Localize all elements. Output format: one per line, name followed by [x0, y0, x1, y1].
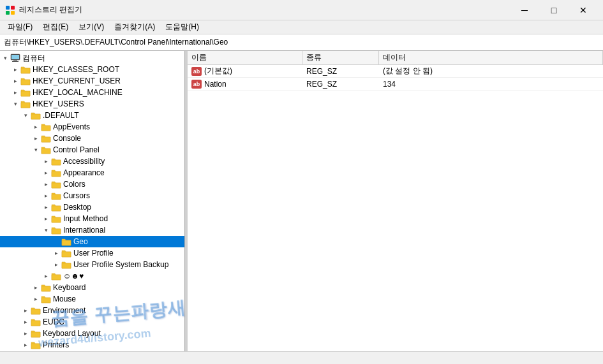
expand-keyboardlayout[interactable] — [20, 328, 31, 339]
svg-rect-31 — [31, 332, 40, 337]
tree-item-appearance[interactable]: Appearance — [0, 167, 184, 178]
tree-item-console[interactable]: Console — [0, 133, 184, 144]
maximize-button[interactable]: □ — [539, 0, 569, 20]
tree-item-mouse[interactable]: Mouse — [0, 293, 184, 305]
tree-item-hkcr[interactable]: HKEY_CLASSES_ROOT — [0, 64, 184, 75]
tree-label-accessibility: Accessibility — [63, 157, 105, 166]
reg-entry-nation[interactable]: ab Nation REG_SZ 134 — [188, 78, 603, 91]
expand-international[interactable] — [41, 225, 51, 235]
expand-mouse[interactable] — [31, 294, 41, 304]
tree-item-controlpanel[interactable]: Control Panel — [0, 144, 184, 156]
expand-keyboard[interactable] — [31, 282, 41, 293]
tree-item-desktop[interactable]: Desktop — [0, 201, 184, 213]
tree-pane[interactable]: 컴퓨터 HKEY_CLASSES_ROOT HKEY_CURRENT_USER … — [0, 51, 185, 351]
svg-rect-26 — [52, 275, 61, 280]
expand-controlpanel[interactable] — [31, 145, 41, 155]
window-title: 레지스트리 편집기 — [19, 4, 510, 15]
expand-hkcr[interactable] — [10, 64, 20, 75]
expand-userprofile[interactable] — [51, 248, 61, 258]
tree-item-accessibility[interactable]: Accessibility — [0, 156, 184, 167]
tree-item-hku[interactable]: HKEY_USERS — [0, 98, 184, 110]
tree-item-default[interactable]: .DEFAULT — [0, 110, 184, 121]
menu-edit[interactable]: 편집(E) — [38, 20, 73, 34]
expand-hku[interactable] — [10, 99, 20, 109]
tree-item-hkcu[interactable]: HKEY_CURRENT_USER — [0, 75, 184, 87]
reg-entry-default[interactable]: ab (기본값) REG_SZ (값 설정 안 됨) — [188, 65, 603, 78]
col-header-data[interactable]: 데이터 — [379, 51, 603, 64]
folder-icon-desktop — [51, 202, 61, 212]
col-header-type[interactable]: 종류 — [302, 51, 379, 64]
tree-item-icons3[interactable]: ☺☻♥ — [0, 270, 184, 282]
tree-label-environment: Environment — [43, 306, 86, 315]
tree-label-inputmethod: Input Method — [63, 214, 108, 223]
expand-printers[interactable] — [20, 340, 31, 350]
expand-inputmethod[interactable] — [41, 214, 51, 224]
tree-item-international[interactable]: International — [0, 224, 184, 236]
menu-bar: 파일(F) 편집(E) 보기(V) 즐겨찾기(A) 도움말(H) — [0, 20, 603, 34]
tree-label-keyboard: Keyboard — [53, 283, 86, 292]
expand-eudc[interactable] — [20, 317, 31, 327]
menu-file[interactable]: 파일(F) — [3, 20, 38, 34]
tree-label-userprofile: User Profile — [73, 249, 114, 258]
expand-cursors[interactable] — [41, 191, 51, 201]
svg-rect-7 — [12, 61, 19, 62]
tree-label-hkcu: HKEY_CURRENT_USER — [33, 76, 121, 85]
expand-userprofilesysbackup[interactable] — [51, 259, 61, 270]
tree-item-appevents[interactable]: AppEvents — [0, 121, 184, 133]
expand-hkcu[interactable] — [10, 76, 20, 86]
col-header-name[interactable]: 이름 — [188, 51, 302, 64]
svg-rect-22 — [52, 229, 61, 234]
expand-default[interactable] — [20, 110, 31, 120]
menu-favorites[interactable]: 즐겨찾기(A) — [109, 20, 160, 34]
expand-icons3[interactable] — [41, 271, 51, 281]
app-icon — [5, 5, 15, 15]
svg-rect-12 — [31, 114, 40, 119]
menu-help[interactable]: 도움말(H) — [160, 20, 204, 34]
tree-item-software[interactable]: Software — [0, 351, 184, 351]
folder-icon-inputmethod — [51, 214, 61, 224]
tree-label-colors: Colors — [63, 180, 86, 189]
tree-item-computer[interactable]: 컴퓨터 — [0, 52, 184, 64]
address-path: 컴퓨터\HKEY_USERS\.DEFAULT\Control Panel\In… — [4, 37, 228, 48]
svg-rect-21 — [52, 217, 61, 222]
close-button[interactable]: ✕ — [569, 0, 598, 20]
svg-rect-15 — [41, 149, 50, 154]
svg-rect-29 — [31, 309, 40, 314]
tree-item-environment[interactable]: Environment — [0, 305, 184, 316]
expand-desktop[interactable] — [41, 202, 51, 212]
expand-hklm[interactable] — [10, 87, 20, 98]
expand-colors[interactable] — [41, 179, 51, 189]
expand-environment[interactable] — [20, 305, 31, 316]
folder-icon-console — [41, 133, 51, 143]
svg-rect-0 — [6, 6, 10, 10]
tree-item-printers[interactable]: Printers — [0, 339, 184, 351]
svg-rect-14 — [41, 137, 50, 142]
computer-icon — [10, 53, 20, 63]
expand-appearance[interactable] — [41, 168, 51, 178]
tree-item-eudc[interactable]: EUDC — [0, 316, 184, 328]
tree-item-userprofilesysbackup[interactable]: User Profile System Backup — [0, 259, 184, 270]
tree-item-hklm[interactable]: HKEY_LOCAL_MACHINE — [0, 87, 184, 98]
expand-console[interactable] — [31, 133, 41, 143]
tree-item-colors[interactable]: Colors — [0, 178, 184, 190]
folder-icon-accessibility — [51, 156, 61, 166]
tree-item-geo[interactable]: Geo — [0, 236, 184, 247]
folder-icon-icons3 — [51, 271, 61, 281]
menu-view[interactable]: 보기(V) — [73, 20, 109, 34]
tree-item-keyboardlayout[interactable]: Keyboard Layout — [0, 328, 184, 339]
tree-item-keyboard[interactable]: Keyboard — [0, 282, 184, 293]
expand-computer[interactable] — [0, 53, 10, 63]
svg-rect-9 — [21, 80, 30, 85]
tree-item-userprofile[interactable]: User Profile — [0, 247, 184, 259]
reg-type-default: REG_SZ — [302, 67, 379, 76]
expand-accessibility[interactable] — [41, 156, 51, 166]
folder-icon-printers — [31, 340, 41, 350]
tree-item-inputmethod[interactable]: Input Method — [0, 213, 184, 224]
svg-rect-3 — [11, 11, 15, 15]
minimize-button[interactable]: ─ — [510, 0, 539, 20]
expand-appevents[interactable] — [31, 122, 41, 132]
svg-rect-6 — [13, 60, 17, 61]
svg-rect-32 — [31, 344, 40, 349]
tree-label-userprofilesysbackup: User Profile System Backup — [73, 260, 168, 269]
tree-item-cursors[interactable]: Cursors — [0, 190, 184, 201]
